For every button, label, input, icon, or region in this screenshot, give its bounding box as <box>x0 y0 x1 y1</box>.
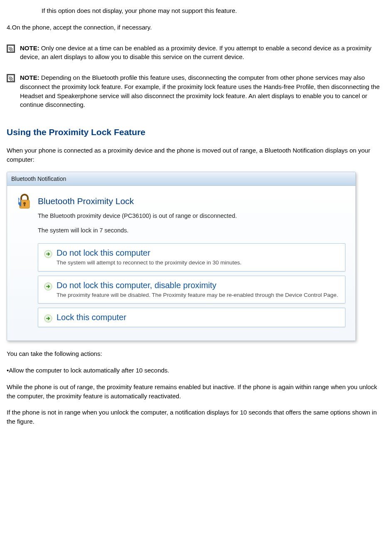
dialog-option-2[interactable]: Do not lock this computer, disable proxi… <box>38 276 345 304</box>
arrow-right-icon <box>44 250 52 258</box>
dialog-option-3[interactable]: Lock this computer <box>38 308 345 327</box>
note-1-body: Only one device at a time can be enabled… <box>20 44 371 61</box>
dialog-body: Bluetooth Proximity Lock The Bluetooth p… <box>7 186 355 341</box>
dialog-header: Bluetooth Proximity Lock <box>17 193 345 210</box>
note-2-body: Depending on the Bluetooth profile this … <box>20 74 380 108</box>
dialog-option-1[interactable]: Do not lock this computer The system wil… <box>38 243 345 271</box>
bluetooth-notification-dialog: Bluetooth Notification Bluetooth Proximi… <box>7 172 356 341</box>
step-4-text: On the phone, accept the connection, if … <box>12 24 152 31</box>
svg-rect-6 <box>24 204 25 206</box>
para-after-1: While the phone is out of range, the pro… <box>7 383 385 401</box>
note-label: NOTE: <box>20 44 39 52</box>
dialog-msg-2: The system will lock in 7 seconds. <box>38 226 345 235</box>
note-2-text: NOTE: Depending on the Bluetooth profile… <box>20 73 388 109</box>
arrow-right-icon <box>44 314 52 323</box>
option-3-title: Lock this computer <box>57 312 126 322</box>
dialog-title: Bluetooth Proximity Lock <box>38 195 134 207</box>
dialog-msg-1: The Bluetooth proximity device (PC36100)… <box>38 212 345 220</box>
note-block-2: NOTE: Depending on the Bluetooth profile… <box>7 73 388 109</box>
section-heading: Using the Proximity Lock Feature <box>7 126 388 138</box>
note-icon <box>7 44 15 53</box>
lock-icon <box>17 193 32 210</box>
dialog-titlebar: Bluetooth Notification <box>7 172 355 186</box>
option-2-desc: The proximity feature will be disabled. … <box>57 291 338 299</box>
arrow-right-icon <box>44 282 52 291</box>
option-1-title: Do not lock this computer <box>57 248 242 258</box>
step-4-number: 4. <box>7 24 12 31</box>
note-1-text: NOTE: Only one device at a time can be e… <box>20 44 388 62</box>
option-1-desc: The system will attempt to reconnect to … <box>57 259 242 267</box>
bullet-1-text: Allow the computer to lock automatically… <box>9 367 169 374</box>
step-4: 4.On the phone, accept the connection, i… <box>7 23 388 32</box>
note-block-1: NOTE: Only one device at a time can be e… <box>7 44 388 62</box>
actions-intro: You can take the following actions: <box>7 349 385 358</box>
intro-indent-text: If this option does not display, your ph… <box>42 6 388 15</box>
intro-paragraph: When your phone is connected as a proxim… <box>7 146 385 164</box>
note-label: NOTE: <box>20 74 39 81</box>
note-icon <box>7 74 15 82</box>
option-2-title: Do not lock this computer, disable proxi… <box>57 280 338 290</box>
para-after-2: If the phone is not in range when you un… <box>7 408 385 426</box>
bullet-1: •Allow the computer to lock automaticall… <box>7 366 385 375</box>
